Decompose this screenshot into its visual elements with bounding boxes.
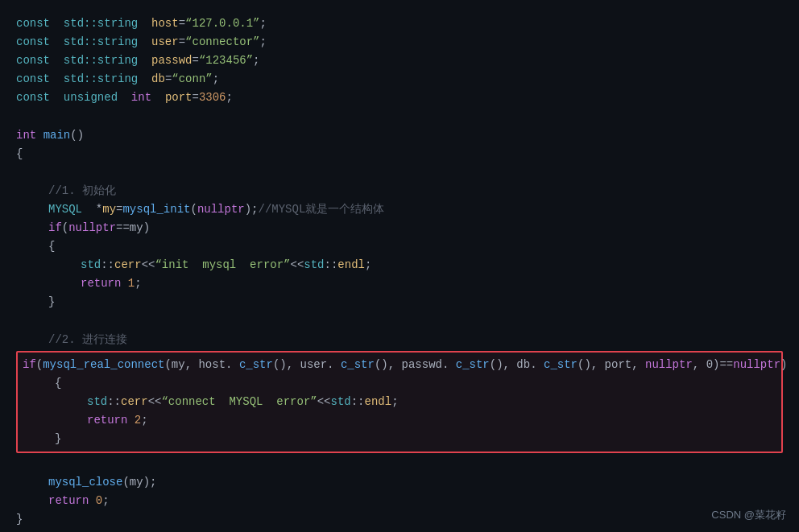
type-std1: std xyxy=(81,256,101,274)
type-string: std::string xyxy=(64,14,138,33)
type-mysql: MYSQL xyxy=(48,200,82,219)
type-std4: std xyxy=(331,393,351,411)
keyword-if1: if xyxy=(48,219,62,237)
str-init-error: “init mysql error” xyxy=(155,256,290,274)
var-port: port xyxy=(165,89,193,107)
var-db: db xyxy=(151,70,165,89)
type-string: std::string xyxy=(64,33,138,52)
val-passwd: “123456” xyxy=(199,52,253,70)
val-user: “connector” xyxy=(185,33,259,52)
val-0: 0 xyxy=(96,492,102,510)
code-line-brace2: { xyxy=(16,237,783,256)
code-line-return0: return 0 ; xyxy=(16,492,783,510)
val-host: “127.0.0.1” xyxy=(185,14,259,33)
code-line-close: mysql_close (my); xyxy=(16,473,783,492)
ident-endl1: endl xyxy=(337,256,365,274)
str-connect-error: “connect MYSQL error” xyxy=(161,393,317,411)
var-user: user xyxy=(151,33,179,52)
code-line-2: const std::string user = “connector” ; xyxy=(16,33,783,52)
code-line-mysql-init: MYSQL * my = mysql_init ( nullptr ); //M… xyxy=(16,200,783,219)
ident-cerr2: cerr xyxy=(121,393,148,411)
type-std2: std xyxy=(304,256,324,274)
func-cstr4: c_str xyxy=(544,356,578,374)
watermark: CSDN @菜花籽 xyxy=(711,508,786,522)
kw-nullptr3: nullptr xyxy=(645,356,693,374)
keyword-const: const xyxy=(16,89,50,107)
func-mysql-close: mysql_close xyxy=(48,473,122,492)
code-line-cerr1: std :: cerr << “init mysql error” << std… xyxy=(16,256,783,274)
kw-nullptr4: nullptr xyxy=(733,356,780,374)
var-passwd: passwd xyxy=(151,52,192,70)
keyword-const: const xyxy=(16,52,50,70)
val-port: 3306 xyxy=(199,89,226,107)
code-line-comment1: //1. 初始化 xyxy=(16,182,783,200)
code-line-return1: return 1 ; xyxy=(16,274,783,293)
keyword-return1: return xyxy=(81,274,121,293)
code-line-4: const std::string db = “conn” ; xyxy=(16,70,783,89)
keyword-const: const xyxy=(16,70,50,89)
comment-init: //1. 初始化 xyxy=(48,182,116,200)
func-mysql-connect: mysql_real_connect xyxy=(43,356,164,374)
comment-connect: //2. 进行连接 xyxy=(48,331,127,349)
keyword-int: int xyxy=(131,89,151,107)
func-main: main xyxy=(43,126,71,145)
type-string: std::string xyxy=(64,52,138,70)
code-line-main: int main () xyxy=(16,126,783,145)
code-line-if1: if ( nullptr ==my) xyxy=(16,219,783,237)
val-1: 1 xyxy=(128,274,135,293)
code-editor: const std::string host = “127.0.0.1” ; c… xyxy=(0,0,799,532)
code-line-5: const unsigned int port = 3306 ; xyxy=(16,89,783,107)
code-line-brace-open: { xyxy=(16,145,783,163)
code-line-brace-close: } xyxy=(16,510,783,529)
code-line-3: const std::string passwd = “123456” ; xyxy=(16,52,783,70)
code-line-brace5: } xyxy=(23,430,776,448)
val-2: 2 xyxy=(135,411,141,430)
keyword-if2: if xyxy=(23,356,36,374)
code-line-brace4: { xyxy=(23,374,776,393)
keyword-const: const xyxy=(16,14,50,33)
var-host: host xyxy=(151,14,179,33)
val-db: “conn” xyxy=(172,70,212,89)
type-std3: std xyxy=(87,393,107,411)
func-mysql-init: mysql_init xyxy=(122,200,190,219)
kw-nullptr: nullptr xyxy=(197,200,245,219)
ident-endl2: endl xyxy=(365,393,392,411)
code-line-comment2: //2. 进行连接 xyxy=(16,331,783,349)
type-unsigned: unsigned xyxy=(64,89,118,107)
keyword-const: const xyxy=(16,33,50,52)
ident-cerr1: cerr xyxy=(114,256,142,274)
func-cstr1: c_str xyxy=(239,356,273,374)
keyword-return2: return xyxy=(87,411,127,430)
func-cstr2: c_str xyxy=(341,356,375,374)
kw-nullptr2: nullptr xyxy=(68,219,116,237)
highlight-block: if ( mysql_real_connect (my, host. c_str… xyxy=(16,351,783,453)
code-line-1: const std::string host = “127.0.0.1” ; xyxy=(16,14,783,33)
code-line-return2: return 2 ; xyxy=(23,411,776,430)
code-line-brace3: } xyxy=(16,293,783,311)
var-my: my xyxy=(102,200,116,219)
func-cstr3: c_str xyxy=(456,356,490,374)
code-line-if2: if ( mysql_real_connect (my, host. c_str… xyxy=(23,356,776,374)
code-line-cerr2: std :: cerr << “connect MYSQL error” << … xyxy=(23,393,776,411)
keyword-return0: return xyxy=(48,492,89,510)
keyword-int-main: int xyxy=(16,126,36,145)
type-string: std::string xyxy=(64,70,138,89)
comment-struct: //MYSQL就是一个结构体 xyxy=(259,200,385,219)
